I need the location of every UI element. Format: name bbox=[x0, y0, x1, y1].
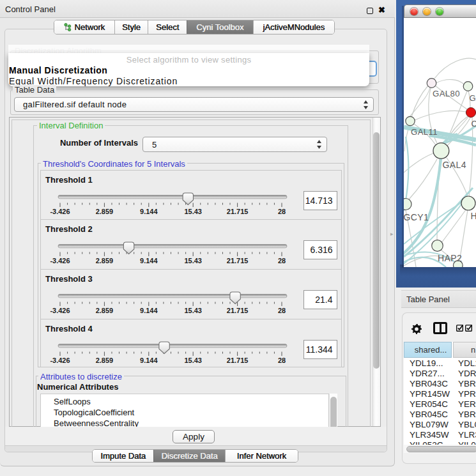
svg-text:28: 28 bbox=[278, 257, 286, 265]
svg-text:21.715: 21.715 bbox=[227, 307, 249, 314]
svg-text:9.144: 9.144 bbox=[140, 257, 158, 265]
svg-text:9.144: 9.144 bbox=[140, 307, 158, 314]
svg-text:9.144: 9.144 bbox=[140, 357, 158, 364]
svg-text:28: 28 bbox=[278, 307, 286, 314]
svg-text:15.43: 15.43 bbox=[184, 307, 202, 314]
svg-text:HAP2: HAP2 bbox=[438, 253, 462, 263]
svg-text:15.43: 15.43 bbox=[184, 257, 202, 265]
svg-text:-3.426: -3.426 bbox=[50, 208, 70, 215]
svg-text:21.715: 21.715 bbox=[227, 208, 249, 215]
svg-text:2.859: 2.859 bbox=[96, 257, 114, 265]
svg-text:GAL4: GAL4 bbox=[443, 160, 466, 170]
svg-text:-3.426: -3.426 bbox=[50, 357, 70, 364]
svg-text:21.715: 21.715 bbox=[227, 257, 249, 265]
svg-text:15.43: 15.43 bbox=[184, 357, 202, 364]
svg-text:15.43: 15.43 bbox=[184, 208, 202, 215]
svg-text:2.859: 2.859 bbox=[96, 307, 114, 314]
svg-text:C: C bbox=[472, 119, 476, 128]
svg-text:GCY1: GCY1 bbox=[404, 212, 429, 222]
svg-text:H: H bbox=[471, 211, 476, 221]
svg-text:GAL80: GAL80 bbox=[433, 89, 460, 98]
svg-text:2.859: 2.859 bbox=[96, 357, 114, 364]
svg-text:2.859: 2.859 bbox=[96, 208, 114, 215]
svg-text:-3.426: -3.426 bbox=[50, 307, 70, 314]
svg-text:GAL11: GAL11 bbox=[411, 127, 438, 137]
svg-text:28: 28 bbox=[278, 208, 286, 215]
svg-text:28: 28 bbox=[278, 357, 286, 364]
svg-text:-3.426: -3.426 bbox=[50, 257, 70, 265]
svg-text:21.715: 21.715 bbox=[227, 357, 249, 364]
svg-text:9.144: 9.144 bbox=[140, 208, 158, 215]
svg-text:GA: GA bbox=[470, 93, 476, 103]
